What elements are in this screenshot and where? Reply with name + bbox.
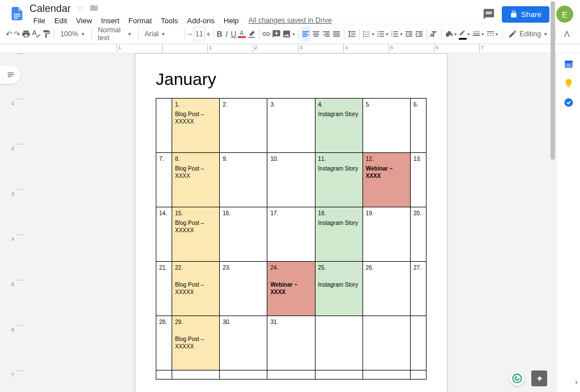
- decrease-indent-button[interactable]: [404, 27, 413, 41]
- calendar-cell[interactable]: [172, 370, 220, 380]
- undo-button[interactable]: ↶: [6, 27, 12, 41]
- align-justify-button[interactable]: [332, 27, 341, 41]
- calendar-cell[interactable]: [315, 370, 362, 380]
- bulleted-list-button[interactable]: ▼: [376, 27, 389, 41]
- explore-button[interactable]: ✦: [531, 370, 547, 386]
- calendar-cell[interactable]: 6.: [411, 99, 427, 153]
- document-canvas[interactable]: January 1.Blog Post – XXXXX2.3.4.Instagr…: [26, 53, 556, 392]
- calendar-cell[interactable]: [156, 370, 172, 380]
- calendar-cell[interactable]: 27.: [411, 262, 427, 316]
- font-size-input[interactable]: 11: [194, 27, 205, 41]
- share-button[interactable]: Share: [502, 6, 549, 23]
- calendar-cell[interactable]: 29.Blog Post – XXXXX: [172, 316, 220, 370]
- checklist-button[interactable]: ▼: [362, 27, 375, 41]
- calendar-cell[interactable]: 21.: [156, 262, 172, 316]
- calendar-cell[interactable]: 13.: [411, 153, 427, 207]
- doc-title[interactable]: Calendar: [29, 3, 71, 15]
- calendar-cell[interactable]: 19.: [362, 207, 410, 262]
- calendar-cell[interactable]: 12.Webinar – XXXX: [362, 153, 410, 207]
- calendar-cell[interactable]: 1.Blog Post – XXXXX: [172, 99, 220, 153]
- calendar-cell[interactable]: 20.: [411, 207, 427, 262]
- underline-button[interactable]: U: [231, 27, 236, 41]
- align-center-button[interactable]: [312, 27, 321, 41]
- comments-icon[interactable]: [483, 8, 495, 20]
- calendar-cell[interactable]: 16.: [220, 207, 267, 262]
- move-folder-icon[interactable]: [89, 3, 99, 14]
- calendar-cell[interactable]: 28.: [156, 316, 172, 370]
- clear-formatting-button[interactable]: [429, 27, 438, 41]
- account-avatar[interactable]: E: [556, 6, 573, 23]
- zoom-dropdown[interactable]: 100%▼: [57, 27, 88, 41]
- paragraph-style-dropdown[interactable]: Normal text▼: [95, 27, 135, 41]
- menu-format[interactable]: Format: [125, 15, 156, 26]
- calendar-addon-icon[interactable]: 31: [564, 59, 574, 69]
- border-width-button[interactable]: ▼: [472, 27, 485, 41]
- calendar-cell[interactable]: [411, 316, 427, 370]
- print-button[interactable]: [22, 27, 31, 41]
- spellcheck-button[interactable]: [32, 27, 41, 41]
- calendar-cell[interactable]: 9.: [220, 153, 267, 207]
- calendar-cell[interactable]: 8.Blog Post – XXXX: [172, 153, 220, 207]
- numbered-list-button[interactable]: ▼: [390, 27, 403, 41]
- calendar-cell[interactable]: [156, 99, 172, 153]
- vertical-ruler[interactable]: 123456789: [0, 53, 26, 392]
- calendar-cell[interactable]: 10.: [267, 153, 315, 207]
- collapse-toolbar-button[interactable]: ᐱ: [560, 27, 574, 41]
- border-style-button[interactable]: ▼: [486, 27, 499, 41]
- horizontal-ruler[interactable]: 11234567: [26, 44, 580, 53]
- grammarly-icon[interactable]: [510, 371, 524, 386]
- calendar-cell[interactable]: 18.Instagram Story: [315, 207, 362, 262]
- keep-addon-icon[interactable]: [564, 78, 574, 88]
- calendar-cell[interactable]: [362, 316, 410, 370]
- increase-indent-button[interactable]: [415, 27, 424, 41]
- menu-view[interactable]: View: [72, 15, 96, 26]
- calendar-cell[interactable]: 24.Webinar – XXXX: [267, 262, 315, 316]
- redo-button[interactable]: ↷: [14, 27, 20, 41]
- line-spacing-button[interactable]: [347, 27, 356, 41]
- paint-format-button[interactable]: [42, 27, 51, 41]
- text-color-button[interactable]: A: [238, 27, 246, 41]
- menu-add-ons[interactable]: Add-ons: [183, 15, 218, 26]
- insert-comment-button[interactable]: [272, 27, 281, 41]
- calendar-cell[interactable]: 22.Blog Post – XXXXX: [172, 262, 220, 316]
- outline-toggle[interactable]: [0, 66, 20, 84]
- side-panel-toggle[interactable]: ›: [575, 377, 578, 386]
- calendar-cell[interactable]: 25.Instagram Story: [315, 262, 362, 316]
- calendar-cell[interactable]: [362, 370, 410, 380]
- insert-link-button[interactable]: [262, 27, 271, 41]
- calendar-cell[interactable]: 15.Blog Post – XXXXX: [172, 207, 220, 262]
- insert-image-button[interactable]: ▼: [282, 27, 296, 41]
- calendar-cell[interactable]: 30.: [220, 316, 267, 370]
- calendar-cell[interactable]: 4.Instagram Story: [315, 99, 362, 153]
- star-icon[interactable]: ☆: [76, 3, 84, 14]
- calendar-cell[interactable]: 23.: [220, 262, 267, 316]
- calendar-cell[interactable]: [220, 370, 267, 380]
- calendar-cell[interactable]: 5.: [362, 99, 410, 153]
- bold-button[interactable]: B: [216, 27, 222, 41]
- tasks-addon-icon[interactable]: [564, 97, 574, 108]
- font-dropdown[interactable]: Arial▼: [141, 27, 182, 41]
- calendar-cell[interactable]: 7.: [156, 153, 172, 207]
- calendar-cell[interactable]: [315, 316, 362, 370]
- editing-mode-dropdown[interactable]: Editing▼: [505, 27, 551, 41]
- calendar-cell[interactable]: 14.: [156, 207, 172, 262]
- border-color-button[interactable]: ▼: [459, 27, 471, 41]
- menu-edit[interactable]: Edit: [50, 15, 71, 26]
- docs-logo[interactable]: [7, 3, 27, 24]
- menu-tools[interactable]: Tools: [157, 15, 182, 26]
- highlight-button[interactable]: [247, 27, 256, 41]
- calendar-cell[interactable]: 11.Instagram Story: [315, 153, 362, 207]
- fill-color-button[interactable]: ▼: [445, 27, 458, 41]
- calendar-cell[interactable]: 31.: [267, 316, 315, 370]
- italic-button[interactable]: I: [224, 27, 229, 41]
- save-status[interactable]: All changes saved in Drive: [249, 16, 332, 24]
- calendar-cell[interactable]: [267, 370, 315, 380]
- calendar-cell[interactable]: 3.: [267, 99, 315, 153]
- menu-help[interactable]: Help: [220, 15, 243, 26]
- align-left-button[interactable]: [301, 27, 310, 41]
- scrollbar-thumb[interactable]: [551, 1, 555, 160]
- align-right-button[interactable]: [322, 27, 331, 41]
- menu-insert[interactable]: Insert: [97, 15, 123, 26]
- calendar-cell[interactable]: 26.: [362, 262, 410, 316]
- calendar-cell[interactable]: 17.: [267, 207, 315, 262]
